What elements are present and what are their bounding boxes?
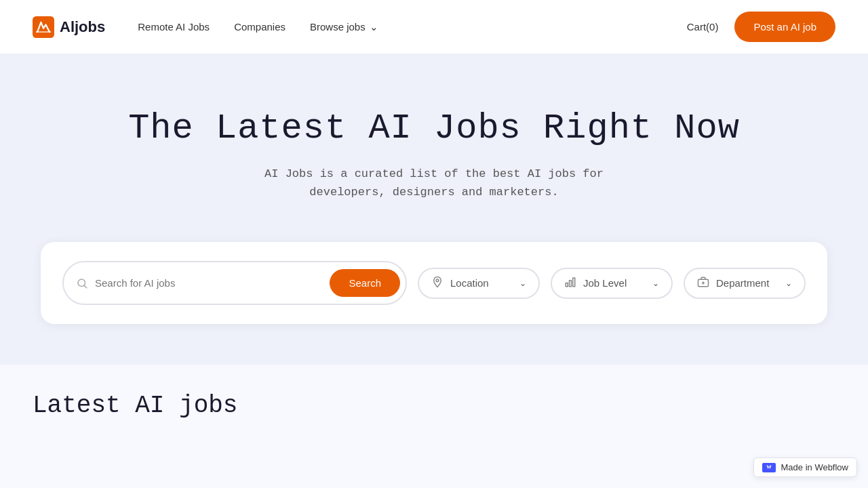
navbar: Aljobs Remote AI Jobs Companies Browse j… <box>0 0 868 54</box>
search-input[interactable] <box>95 277 323 289</box>
logo-text: Aljobs <box>60 18 105 36</box>
search-card: Search Location ⌄ <box>41 242 827 324</box>
svg-rect-5 <box>570 281 572 287</box>
hero-subtitle: AI Jobs is a curated list of the best AI… <box>258 165 610 201</box>
svg-point-3 <box>436 279 439 282</box>
navbar-links: Remote AI Jobs Companies Browse jobs ⌄ <box>138 21 378 33</box>
job-level-label: Job Level <box>583 277 627 289</box>
hero-title: The Latest AI Jobs Right Now <box>128 108 740 148</box>
job-level-chevron-icon: ⌄ <box>652 279 659 288</box>
nav-link-browse-jobs[interactable]: Browse jobs ⌄ <box>310 21 378 33</box>
job-level-dropdown[interactable]: Job Level ⌄ <box>551 268 673 299</box>
location-icon <box>431 276 443 291</box>
search-button[interactable]: Search <box>330 269 400 297</box>
logo-icon <box>33 16 54 38</box>
department-chevron-icon: ⌄ <box>785 279 792 288</box>
post-job-button[interactable]: Post an AI job <box>734 12 835 42</box>
search-section: Search Location ⌄ <box>0 242 868 365</box>
nav-link-companies[interactable]: Companies <box>234 21 285 33</box>
search-icon <box>76 277 88 289</box>
search-input-wrapper[interactable]: Search <box>62 261 407 305</box>
job-level-icon <box>564 276 576 291</box>
nav-link-remote-ai-jobs[interactable]: Remote AI Jobs <box>138 21 210 33</box>
navbar-right: Cart(0) Post an AI job <box>687 12 835 42</box>
department-dropdown[interactable]: Department ⌄ <box>684 268 806 299</box>
cart-link[interactable]: Cart(0) <box>687 21 719 33</box>
browse-jobs-chevron-icon: ⌄ <box>370 21 378 33</box>
department-label: Department <box>716 277 769 289</box>
webflow-badge[interactable]: Made in Webflow <box>753 458 857 477</box>
hero-section: The Latest AI Jobs Right Now AI Jobs is … <box>0 54 868 242</box>
webflow-logo-icon <box>762 463 776 472</box>
location-label: Location <box>450 277 489 289</box>
navbar-left: Aljobs Remote AI Jobs Companies Browse j… <box>33 16 378 38</box>
location-dropdown[interactable]: Location ⌄ <box>418 268 540 299</box>
svg-point-1 <box>78 279 85 287</box>
latest-jobs-title: Latest AI jobs <box>33 392 835 420</box>
webflow-badge-label: Made in Webflow <box>781 462 848 472</box>
department-icon <box>697 276 709 291</box>
svg-rect-4 <box>566 283 568 286</box>
latest-jobs-section: Latest AI jobs <box>0 365 868 420</box>
logo[interactable]: Aljobs <box>33 16 105 38</box>
svg-line-2 <box>84 285 86 287</box>
location-chevron-icon: ⌄ <box>519 279 526 288</box>
svg-rect-6 <box>573 278 575 287</box>
svg-rect-10 <box>762 463 776 472</box>
